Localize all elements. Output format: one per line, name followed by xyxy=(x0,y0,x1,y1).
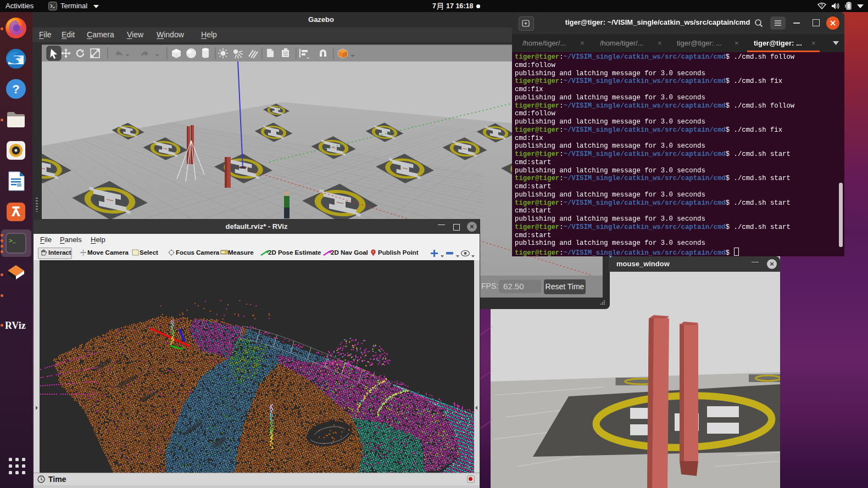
svg-text:?: ? xyxy=(820,3,823,8)
svg-text:?: ? xyxy=(12,82,19,96)
svg-text:>_: >_ xyxy=(9,238,16,244)
